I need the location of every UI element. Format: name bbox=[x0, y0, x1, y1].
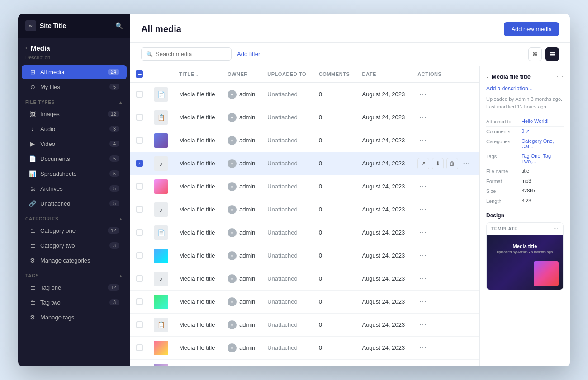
more-actions-icon[interactable]: ⋯ bbox=[417, 273, 428, 284]
sidebar-item-manage-tags[interactable]: ⚙ Manage tags bbox=[22, 310, 127, 324]
sidebar-item-category-two[interactable]: 🗀 Category two 3 bbox=[22, 239, 127, 253]
meta-filename: File name title bbox=[486, 166, 564, 176]
row-uploaded-to-cell: Unattached bbox=[262, 175, 313, 198]
sidebar-item-manage-categories[interactable]: ⚙ Manage categories bbox=[22, 253, 127, 267]
row-actions-cell: ⋯ bbox=[412, 175, 479, 198]
row-checkbox[interactable] bbox=[136, 206, 143, 213]
more-actions-icon[interactable]: ⋯ bbox=[417, 135, 428, 146]
svg-rect-7 bbox=[550, 53, 555, 55]
more-actions-icon[interactable]: ⋯ bbox=[417, 342, 428, 353]
download-icon[interactable]: ⬇ bbox=[432, 158, 444, 169]
col-date: DATE bbox=[356, 66, 412, 83]
sidebar-item-tag-two[interactable]: 🗀 Tag two 3 bbox=[22, 296, 127, 310]
sidebar-nav-header: ‹ Media bbox=[18, 38, 130, 55]
row-checkbox[interactable] bbox=[136, 252, 143, 259]
file-types-collapse-icon[interactable]: ▲ bbox=[119, 100, 123, 105]
owner-avatar: A bbox=[228, 320, 237, 329]
row-comments-cell: 0 bbox=[313, 175, 357, 198]
row-checkbox[interactable]: ✓ bbox=[136, 160, 143, 167]
sidebar-item-tag-one[interactable]: 🗀 Tag one 12 bbox=[22, 281, 127, 295]
tag-two-icon: 🗀 bbox=[29, 299, 36, 306]
sidebar-item-my-files[interactable]: ⊙ My files 5 bbox=[22, 80, 127, 94]
back-icon[interactable]: ‹ bbox=[25, 45, 27, 51]
sidebar-item-audio[interactable]: ♪ Audio 3 bbox=[22, 122, 127, 136]
table-row: Media file title A admin Unattached 0 Au… bbox=[130, 336, 479, 359]
row-checkbox[interactable] bbox=[136, 137, 143, 144]
row-checkbox[interactable] bbox=[136, 344, 143, 351]
more-actions-icon[interactable]: ⋯ bbox=[417, 112, 428, 123]
svg-point-5 bbox=[534, 55, 535, 56]
filter-options-button[interactable] bbox=[528, 47, 542, 61]
row-actions: ↗ ⬇ 🗑 ⋯ bbox=[417, 158, 474, 169]
template-menu-icon[interactable]: ⋯ bbox=[554, 226, 559, 231]
sidebar-item-images[interactable]: 🖼 Images 12 bbox=[22, 107, 127, 121]
tags-label: TAGS bbox=[25, 273, 39, 278]
categories-collapse-icon[interactable]: ▲ bbox=[119, 216, 123, 221]
sidebar-item-all-media[interactable]: ⊞ All media 24 bbox=[22, 65, 127, 79]
row-checkbox[interactable] bbox=[136, 91, 143, 98]
manage-categories-label: Manage categories bbox=[40, 257, 119, 264]
meta-categories: Categories Category One, Cat... bbox=[486, 136, 564, 151]
more-actions-icon[interactable]: ⋯ bbox=[417, 204, 428, 215]
table-row: Media file title A admin Unattached 0 Au… bbox=[130, 290, 479, 313]
row-checkbox[interactable] bbox=[136, 183, 143, 190]
attached-to-value[interactable]: Hello World! bbox=[522, 118, 549, 124]
toolbar: 🔍 Add filter bbox=[130, 43, 570, 66]
col-title[interactable]: TITLE ↓ bbox=[174, 66, 222, 83]
add-filter-button[interactable]: Add filter bbox=[237, 51, 260, 57]
owner-avatar: A bbox=[228, 274, 237, 283]
row-comments-cell: 0 bbox=[313, 267, 357, 290]
more-actions-icon[interactable]: ⋯ bbox=[417, 319, 428, 330]
row-actions-cell: ⋯ bbox=[412, 244, 479, 267]
row-checkbox[interactable] bbox=[136, 114, 143, 121]
sidebar-item-spreadsheets[interactable]: 📊 Spreadsheets 5 bbox=[22, 167, 127, 181]
row-checkbox[interactable] bbox=[136, 321, 143, 328]
more-actions-icon[interactable]: ⋯ bbox=[417, 227, 428, 238]
header-search-icon[interactable]: 🔍 bbox=[115, 22, 123, 29]
tag-one-icon: 🗀 bbox=[29, 284, 36, 291]
uploaded-to-value: Unattached bbox=[267, 321, 298, 328]
categories-value[interactable]: Category One, Cat... bbox=[522, 138, 564, 149]
tags-value[interactable]: Tag One, Tag Two,... bbox=[522, 153, 564, 164]
owner-name: admin bbox=[239, 275, 255, 282]
date-value: August 24, 2023 bbox=[362, 137, 405, 144]
row-comments-cell: 0 bbox=[313, 336, 357, 359]
uploaded-to-value: Unattached bbox=[267, 114, 298, 121]
more-actions-icon[interactable]: ⋯ bbox=[417, 250, 428, 261]
delete-icon[interactable]: 🗑 bbox=[446, 158, 458, 169]
add-new-media-button[interactable]: Add new media bbox=[504, 22, 559, 36]
open-icon[interactable]: ↗ bbox=[417, 158, 429, 169]
category-one-label: Category one bbox=[40, 227, 104, 234]
row-title-cell: Media file title bbox=[174, 221, 222, 244]
search-input[interactable] bbox=[156, 51, 227, 57]
list-view-button[interactable] bbox=[545, 47, 559, 61]
row-checkbox[interactable] bbox=[136, 298, 143, 305]
add-description-link[interactable]: Add a description... bbox=[486, 85, 564, 92]
more-actions-icon[interactable]: ⋯ bbox=[461, 158, 472, 169]
row-checkbox[interactable] bbox=[136, 275, 143, 282]
template-section: TEMPLATE ⋯ Media title uploaded by Admin… bbox=[486, 222, 564, 290]
sidebar-item-documents[interactable]: 📄 Documents 5 bbox=[22, 152, 127, 166]
row-thumbnail bbox=[154, 341, 168, 355]
sidebar-item-archives[interactable]: 🗂 Archives 5 bbox=[22, 182, 127, 196]
owner-name: admin bbox=[239, 321, 255, 328]
sidebar-item-category-one[interactable]: 🗀 Category one 12 bbox=[22, 224, 127, 238]
more-actions-icon[interactable]: ⋯ bbox=[417, 89, 428, 100]
row-checkbox[interactable] bbox=[136, 229, 143, 236]
comments-value[interactable]: 0 ↗ bbox=[522, 128, 530, 134]
tags-collapse-icon[interactable]: ▲ bbox=[119, 273, 123, 278]
archives-label: Archives bbox=[40, 185, 105, 192]
design-section: Design TEMPLATE ⋯ Media title uploaded b… bbox=[486, 212, 564, 290]
sidebar-item-video[interactable]: ▶ Video 4 bbox=[22, 137, 127, 151]
row-thumbnail: 📋 bbox=[154, 110, 168, 125]
search-box[interactable]: 🔍 bbox=[141, 47, 232, 61]
row-comments-cell: 0 bbox=[313, 129, 357, 152]
more-actions-icon[interactable]: ⋯ bbox=[417, 181, 428, 192]
template-preview-subtitle: uploaded by Admin • a months ago bbox=[497, 250, 553, 254]
more-actions-icon[interactable]: ⋯ bbox=[417, 296, 428, 307]
sidebar-item-unattached[interactable]: 🔗 Unattached 5 bbox=[22, 197, 127, 211]
more-actions-icon[interactable]: ⋯ bbox=[417, 366, 428, 366]
check-all-button[interactable] bbox=[136, 70, 143, 78]
row-thumbnail bbox=[154, 133, 168, 148]
detail-menu-icon[interactable]: ⋯ bbox=[556, 72, 564, 81]
